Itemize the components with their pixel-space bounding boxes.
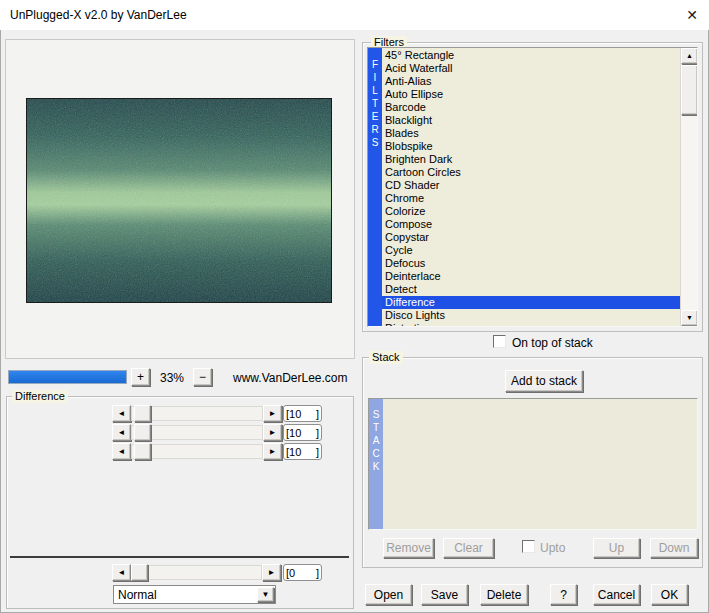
red-slider-thumb[interactable] xyxy=(134,405,151,422)
green-value-field[interactable]: [10] xyxy=(283,424,322,441)
transparency-value: 0 xyxy=(289,567,295,579)
cancel-label: Cancel xyxy=(598,588,635,602)
on-top-of-stack-label: On top of stack xyxy=(512,336,593,350)
help-label: ? xyxy=(560,588,567,602)
stack-vertical-label: STACK xyxy=(369,399,383,529)
green-decrement-button[interactable]: ◄ xyxy=(112,424,131,441)
right-arrow-icon: ► xyxy=(269,429,277,437)
blend-mode-select[interactable]: Normal ▼ xyxy=(113,585,276,604)
red-value: 10 xyxy=(289,408,301,420)
help-button[interactable]: ? xyxy=(550,584,577,605)
stack-list[interactable]: STACK xyxy=(368,398,698,530)
left-arrow-icon: ◄ xyxy=(118,448,126,456)
scroll-up-button[interactable]: ▲ xyxy=(681,48,698,64)
filter-item[interactable]: Cycle xyxy=(382,244,680,257)
filter-item[interactable]: Brighten Dark xyxy=(382,153,680,166)
transparency-slider-row: Transparency ◄ ► [0] xyxy=(0,564,355,581)
cancel-button[interactable]: Cancel xyxy=(593,584,640,605)
filters-scrollbar[interactable]: ▲ ▼ xyxy=(680,48,697,326)
bracket-close: ] xyxy=(316,446,319,458)
filter-item[interactable]: Barcode xyxy=(382,101,680,114)
remove-button[interactable]: Remove xyxy=(383,538,434,558)
blue-slider-thumb[interactable] xyxy=(134,443,151,460)
stack-items xyxy=(383,399,697,529)
minus-icon: − xyxy=(199,370,206,384)
on-top-of-stack-checkbox[interactable] xyxy=(493,335,506,348)
red-increment-button[interactable]: ► xyxy=(263,405,282,422)
blend-mode-value: Normal xyxy=(118,588,157,602)
transparency-slider-track[interactable] xyxy=(131,565,262,580)
down-label: Down xyxy=(659,541,690,555)
left-arrow-icon: ◄ xyxy=(118,429,126,437)
chevron-down-icon: ▼ xyxy=(262,591,270,599)
up-label: Up xyxy=(609,541,624,555)
delete-label: Delete xyxy=(487,588,522,602)
filter-item[interactable]: Blades xyxy=(382,127,680,140)
scroll-down-button[interactable]: ▼ xyxy=(681,310,698,326)
close-icon[interactable]: ✕ xyxy=(686,7,698,23)
remove-label: Remove xyxy=(386,541,431,555)
blue-value: 10 xyxy=(289,446,301,458)
green-slider-thumb[interactable] xyxy=(134,424,151,441)
filter-item[interactable]: Colorize xyxy=(382,205,680,218)
filter-item[interactable]: Distortion xyxy=(382,322,680,326)
filter-item[interactable]: Anti-Alias xyxy=(382,75,680,88)
up-arrow-icon: ▲ xyxy=(686,52,693,60)
filter-item[interactable]: Disco Lights xyxy=(382,309,680,322)
delete-button[interactable]: Delete xyxy=(480,584,528,605)
filter-item[interactable]: Cartoon Circles xyxy=(382,166,680,179)
filter-item[interactable]: Chrome xyxy=(382,192,680,205)
ok-button[interactable]: OK xyxy=(651,584,688,605)
zoom-in-button[interactable]: + xyxy=(131,368,150,386)
filter-item[interactable]: Deinterlace xyxy=(382,270,680,283)
add-to-stack-label: Add to stack xyxy=(511,374,577,388)
website-link[interactable]: www.VanDerLee.com xyxy=(233,371,348,385)
right-arrow-icon: ► xyxy=(268,569,276,577)
up-button[interactable]: Up xyxy=(593,538,640,558)
difference-group-label: Difference xyxy=(12,390,68,403)
down-button[interactable]: Down xyxy=(650,538,698,558)
filter-item[interactable]: Detect xyxy=(382,283,680,296)
filter-item[interactable]: Blacklight xyxy=(382,114,680,127)
scrollbar-thumb[interactable] xyxy=(681,65,698,115)
add-to-stack-button[interactable]: Add to stack xyxy=(505,370,583,392)
right-arrow-icon: ► xyxy=(269,410,277,418)
filter-item[interactable]: Compose xyxy=(382,218,680,231)
progress-fill xyxy=(9,371,126,383)
filter-item[interactable]: Acid Waterfall xyxy=(382,62,680,75)
transparency-increment-button[interactable]: ► xyxy=(262,564,281,581)
dialog-window: { "window": { "title": "UnPlugged-X v2.0… xyxy=(0,0,709,613)
settings-divider xyxy=(10,556,349,558)
blue-decrement-button[interactable]: ◄ xyxy=(112,443,131,460)
filter-item[interactable]: 45° Rectangle xyxy=(382,49,680,62)
filter-item[interactable]: CD Shader xyxy=(382,179,680,192)
clear-button[interactable]: Clear xyxy=(443,538,494,558)
filter-item[interactable]: Difference xyxy=(382,296,680,309)
right-arrow-icon: ► xyxy=(269,448,277,456)
filter-item[interactable]: Auto Ellipse xyxy=(382,88,680,101)
blue-increment-button[interactable]: ► xyxy=(263,443,282,460)
filters-vertical-label: FILTERS xyxy=(368,48,382,326)
ok-label: OK xyxy=(661,588,678,602)
filters-list: FILTERS 45° RectangleAcid WaterfallAnti-… xyxy=(367,47,698,327)
transparency-slider-thumb[interactable] xyxy=(131,564,148,581)
filter-item[interactable]: Blobspike xyxy=(382,140,680,153)
red-decrement-button[interactable]: ◄ xyxy=(112,405,131,422)
upto-checkbox[interactable] xyxy=(522,540,535,553)
progress-bar xyxy=(8,370,127,384)
open-button[interactable]: Open xyxy=(365,584,412,605)
blue-value-field[interactable]: [10] xyxy=(283,443,322,460)
transparency-decrement-button[interactable]: ◄ xyxy=(112,564,131,581)
filter-item[interactable]: Defocus xyxy=(382,257,680,270)
zoom-level: 33% xyxy=(152,371,192,385)
down-arrow-icon: ▼ xyxy=(686,314,693,322)
filter-item[interactable]: Copystar xyxy=(382,231,680,244)
green-increment-button[interactable]: ► xyxy=(263,424,282,441)
blend-mode-dropdown-button[interactable]: ▼ xyxy=(257,587,274,602)
transparency-value-field[interactable]: [0] xyxy=(283,564,322,581)
preview-image[interactable] xyxy=(26,98,332,303)
open-label: Open xyxy=(374,588,403,602)
zoom-out-button[interactable]: − xyxy=(193,368,212,386)
red-value-field[interactable]: [10] xyxy=(283,405,322,422)
save-button[interactable]: Save xyxy=(421,584,468,605)
